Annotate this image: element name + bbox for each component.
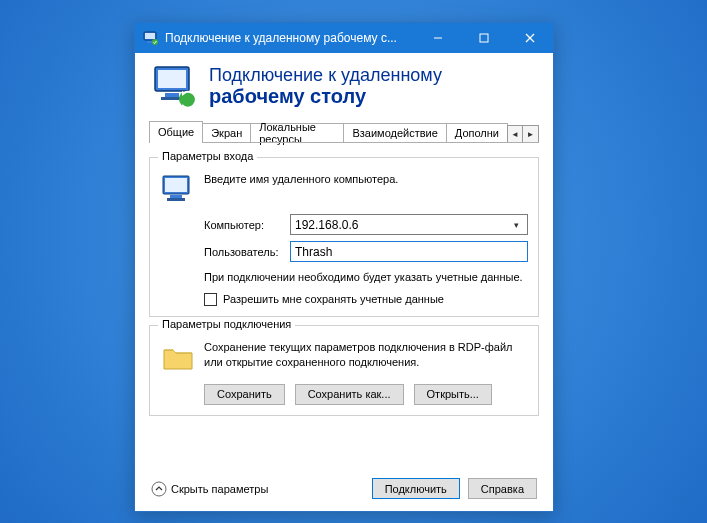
general-panel: Параметры входа Введите имя удаленного к… xyxy=(135,143,553,426)
tab-experience[interactable]: Взаимодействие xyxy=(343,123,446,143)
close-button[interactable] xyxy=(507,23,553,53)
tab-display[interactable]: Экран xyxy=(202,123,251,143)
connection-group: Параметры подключения Сохранение текущих… xyxy=(149,325,539,416)
user-label: Пользователь: xyxy=(204,246,284,258)
open-button[interactable]: Открыть... xyxy=(414,384,492,405)
window-title: Подключение к удаленному рабочему с... xyxy=(165,31,415,45)
save-credentials-row: Разрешить мне сохранять учетные данные xyxy=(204,293,528,306)
svg-point-18 xyxy=(152,482,166,496)
save-credentials-label: Разрешить мне сохранять учетные данные xyxy=(223,293,444,305)
login-instruction: Введите имя удаленного компьютера. xyxy=(204,172,398,187)
header: Подключение к удаленному рабочему столу xyxy=(135,53,553,121)
tabstrip: Общие Экран Локальные ресурсы Взаимодейс… xyxy=(149,121,539,143)
computer-combobox[interactable]: ▾ xyxy=(290,214,528,235)
minimize-button[interactable] xyxy=(415,23,461,53)
svg-rect-9 xyxy=(158,70,186,88)
svg-rect-5 xyxy=(480,34,488,42)
help-button[interactable]: Справка xyxy=(468,478,537,499)
computer-label: Компьютер: xyxy=(204,219,284,231)
folder-icon xyxy=(160,340,196,376)
maximize-button[interactable] xyxy=(461,23,507,53)
save-as-button[interactable]: Сохранить как... xyxy=(295,384,404,405)
tab-scroll-right[interactable]: ► xyxy=(523,125,539,143)
svg-rect-17 xyxy=(167,198,185,201)
header-line1: Подключение к удаленному xyxy=(209,65,442,86)
footer: Скрыть параметры Подключить Справка xyxy=(135,478,553,499)
save-button[interactable]: Сохранить xyxy=(204,384,285,405)
login-group-title: Параметры входа xyxy=(158,150,257,162)
chevron-up-circle-icon xyxy=(151,481,167,497)
svg-rect-15 xyxy=(165,178,187,192)
tab-scroll: ◄ ► xyxy=(507,125,539,143)
connect-button[interactable]: Подключить xyxy=(372,478,460,499)
username-input[interactable] xyxy=(290,241,528,262)
chevron-down-icon[interactable]: ▾ xyxy=(510,220,523,230)
rdp-logo-icon xyxy=(151,63,197,109)
computer-icon xyxy=(160,172,196,208)
header-text: Подключение к удаленному рабочему столу xyxy=(209,65,442,108)
connection-text: Сохранение текущих параметров подключени… xyxy=(204,340,528,370)
computer-input[interactable] xyxy=(295,218,510,232)
save-credentials-checkbox[interactable] xyxy=(204,293,217,306)
connection-group-title: Параметры подключения xyxy=(158,318,295,330)
app-icon xyxy=(143,30,159,46)
titlebar[interactable]: Подключение к удаленному рабочему с... xyxy=(135,23,553,53)
svg-point-3 xyxy=(152,39,158,45)
login-group: Параметры входа Введите имя удаленного к… xyxy=(149,157,539,317)
tab-general[interactable]: Общие xyxy=(149,121,203,143)
tab-local-resources[interactable]: Локальные ресурсы xyxy=(250,123,344,143)
svg-rect-10 xyxy=(165,93,179,97)
rdp-window: Подключение к удаленному рабочему с... П… xyxy=(134,22,554,512)
credentials-note: При подключении необходимо будет указать… xyxy=(204,270,528,285)
header-line2: рабочему столу xyxy=(209,85,442,107)
tab-advanced[interactable]: Дополни xyxy=(446,123,508,143)
tab-scroll-left[interactable]: ◄ xyxy=(507,125,523,143)
svg-rect-16 xyxy=(170,195,182,198)
hide-options-link[interactable]: Скрыть параметры xyxy=(151,481,268,497)
svg-rect-1 xyxy=(145,33,155,39)
